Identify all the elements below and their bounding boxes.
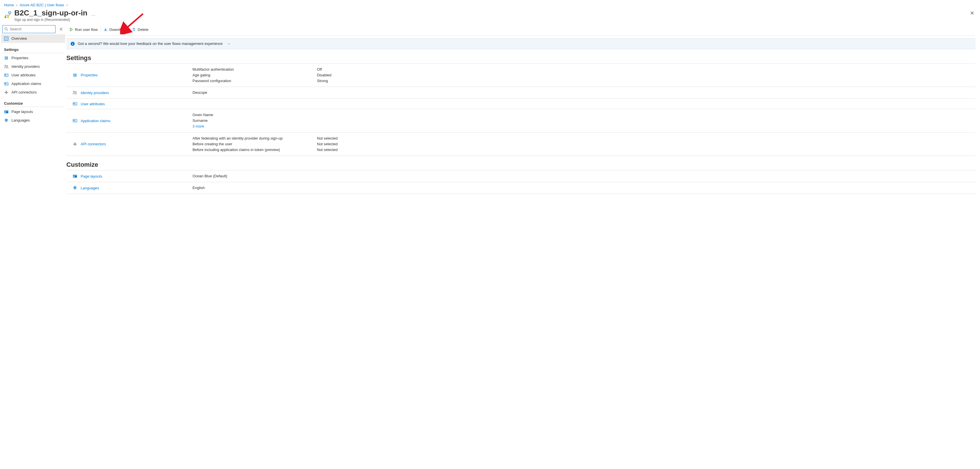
- prop-key: Before including application claims in t…: [192, 147, 313, 153]
- sidebar-item-languages[interactable]: Languages: [1, 116, 65, 125]
- svg-line-4: [7, 30, 8, 30]
- layout-icon: [4, 110, 9, 114]
- prop-key: Age gating: [192, 72, 313, 78]
- settings-row-languages: Languages English: [66, 182, 975, 194]
- run-user-flow-button[interactable]: Run user flow: [66, 24, 100, 35]
- svg-point-33: [72, 42, 73, 43]
- svg-rect-1: [5, 16, 6, 18]
- sidebar-item-overview[interactable]: Overview: [1, 34, 65, 43]
- section-title-customize: Customize: [66, 161, 975, 169]
- sidebar-item-label: Identity providers: [11, 64, 40, 68]
- feedback-banner[interactable]: Got a second? We would love your feedbac…: [66, 38, 975, 49]
- properties-link[interactable]: Properties: [81, 73, 97, 77]
- svg-rect-52: [73, 175, 77, 176]
- prop-val: Disabled: [317, 72, 974, 78]
- delete-button[interactable]: Delete: [129, 24, 151, 35]
- play-icon: [69, 27, 73, 32]
- sidebar-item-label: Properties: [11, 56, 28, 60]
- sidebar-item-label: Languages: [11, 118, 30, 122]
- svg-point-41: [75, 92, 76, 93]
- sidebar-item-label: Page layouts: [11, 110, 33, 114]
- svg-rect-43: [73, 103, 75, 104]
- settings-row-application-claims: Application claims Given Name Surname 3 …: [66, 109, 975, 132]
- cmd-label: Download: [109, 27, 126, 32]
- prop-key: Surname: [192, 118, 313, 124]
- svg-point-37: [73, 74, 74, 75]
- svg-rect-32: [72, 43, 73, 45]
- search-icon: [4, 27, 8, 31]
- svg-point-39: [76, 74, 77, 75]
- prop-key: Multifactor authentication: [192, 67, 313, 72]
- sidebar-item-properties[interactable]: Properties: [1, 54, 65, 62]
- more-claims-link[interactable]: 3 more: [192, 124, 204, 129]
- sidebar-item-application-claims[interactable]: Application claims: [1, 79, 65, 88]
- svg-point-23: [6, 92, 7, 93]
- svg-rect-57: [74, 189, 76, 189]
- api-connectors-link[interactable]: API connectors: [81, 142, 106, 146]
- svg-rect-20: [5, 83, 6, 84]
- svg-point-11: [6, 58, 7, 59]
- userflow-icon: [4, 11, 12, 19]
- sidebar-item-user-attributes[interactable]: User attributes: [1, 71, 65, 79]
- svg-rect-47: [73, 120, 75, 121]
- svg-point-14: [6, 65, 8, 67]
- sidebar-item-identity-providers[interactable]: Identity providers: [1, 62, 65, 71]
- sidebar-item-page-layouts[interactable]: Page layouts: [1, 108, 65, 116]
- identity-providers-link[interactable]: Identity providers: [81, 91, 109, 95]
- globe-icon: [73, 186, 77, 190]
- collapse-sidebar-icon[interactable]: [58, 26, 64, 32]
- settings-row-identity-providers: Identity providers Descope: [66, 87, 975, 99]
- svg-rect-26: [5, 111, 6, 113]
- page-layouts-link[interactable]: Page layouts: [81, 174, 102, 178]
- svg-point-50: [74, 143, 76, 145]
- cmd-label: Run user flow: [75, 27, 97, 32]
- sidebar-item-api-connectors[interactable]: API connectors: [1, 88, 65, 97]
- languages-link[interactable]: Languages: [81, 186, 99, 190]
- settings-row-api-connectors: API connectors After federating with an …: [66, 133, 975, 156]
- prop-key: Ocean Blue (Default): [192, 173, 313, 179]
- sidebar-item-label: API connectors: [11, 90, 37, 94]
- card-icon: [4, 81, 9, 86]
- search-input[interactable]: [10, 27, 54, 31]
- application-claims-link[interactable]: Application claims: [81, 119, 110, 123]
- svg-rect-0: [9, 12, 11, 13]
- info-icon: [70, 41, 75, 46]
- globe-icon: [4, 118, 9, 123]
- svg-rect-30: [6, 122, 7, 122]
- page-subtitle: Sign up and sign in (Recommended): [14, 18, 88, 22]
- settings-row-properties: Properties Multifactor authentication Ag…: [66, 64, 975, 87]
- svg-rect-25: [5, 111, 8, 111]
- more-actions-icon[interactable]: ···: [92, 13, 96, 17]
- svg-rect-5: [5, 37, 8, 40]
- connector-icon: [4, 90, 9, 95]
- user-attributes-link[interactable]: User attributes: [81, 102, 105, 106]
- prop-key: Descope: [192, 90, 313, 95]
- card-icon: [73, 118, 77, 123]
- svg-rect-2: [7, 16, 9, 18]
- breadcrumb-userflows[interactable]: Azure AD B2C | User flows: [20, 3, 64, 7]
- header-title-block: B2C_1_sign-up-or-in Sign up and sign in …: [14, 9, 88, 22]
- people-icon: [4, 64, 9, 69]
- search-box[interactable]: [2, 25, 56, 33]
- download-icon: [103, 27, 108, 32]
- prop-key: Given Name: [192, 112, 313, 118]
- close-icon[interactable]: ✕: [970, 11, 974, 16]
- svg-rect-53: [73, 176, 75, 177]
- svg-rect-16: [5, 74, 6, 75]
- cmd-label: Delete: [138, 27, 148, 32]
- prop-val: Not selected: [317, 135, 974, 141]
- chevron-right-icon: ›: [16, 3, 18, 7]
- section-title-settings: Settings: [66, 54, 975, 62]
- main-panel: Run user flow Download Delete Got a s: [66, 24, 980, 206]
- sliders-icon: [4, 56, 9, 60]
- breadcrumb: Home › Azure AD B2C | User flows ›: [0, 0, 980, 9]
- card-icon: [4, 73, 9, 78]
- download-button[interactable]: Download: [101, 24, 129, 35]
- sidebar-item-label: Application claims: [11, 81, 41, 86]
- prop-val: Not selected: [317, 141, 974, 147]
- prop-key: Before creating the user: [192, 141, 313, 147]
- breadcrumb-home[interactable]: Home: [4, 3, 14, 7]
- card-icon: [73, 102, 77, 106]
- sidebar-section-settings: Settings: [2, 45, 64, 53]
- chevron-right-icon: ›: [66, 3, 67, 7]
